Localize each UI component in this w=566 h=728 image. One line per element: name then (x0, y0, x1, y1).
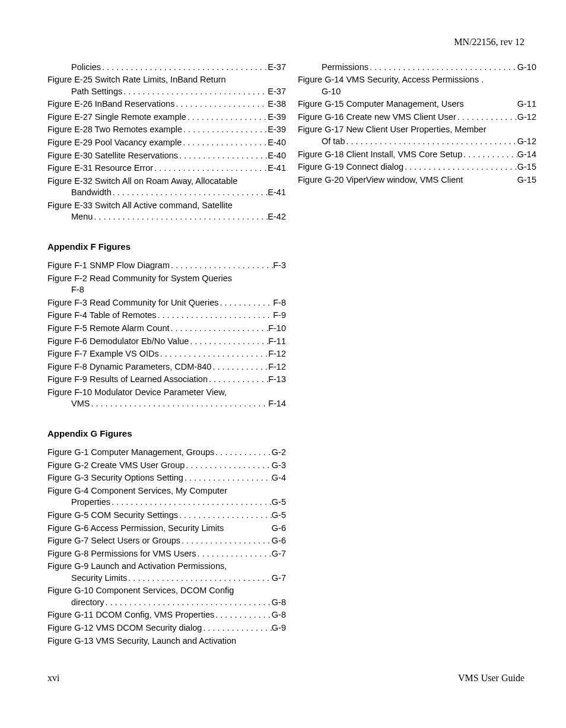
entry-label: Figure G-1 Computer Management, Groups (47, 447, 214, 459)
entry-first-line: Figure E-33 Switch All Active command, S… (47, 200, 286, 212)
entry-label: Figure E-30 Satellite Reservations (47, 150, 178, 162)
entry-page: G-12 (517, 136, 536, 148)
toc-entry: Figure G-5 COM Security Settings G-5 (47, 510, 286, 522)
leader-dots (183, 472, 272, 484)
entry-page: E-42 (268, 211, 286, 223)
toc-entry: Figure F-5 Remote Alarm Count F-10 (47, 323, 286, 335)
toc-entry: Figure F-3 Read Community for Unit Queri… (47, 297, 286, 309)
entry-first-line: Figure E-25 Switch Rate Limits, InBand R… (47, 74, 286, 86)
entry-page: G-6 (272, 523, 286, 535)
toc-entry: Figure F-6 Demodulator Eb/No Value F-11 (47, 336, 286, 348)
toc-entry: Figure F-7 Example VS OIDs F-12 (47, 348, 286, 360)
leader-dots (93, 211, 268, 223)
toc-entry: Figure F-1 SNMP Flow Diagram F-3 (47, 260, 286, 272)
leader-dots (403, 161, 517, 173)
left-column: Policies E-37 Figure E-25 Switch Rate Li… (47, 61, 286, 648)
toc-entry-continuation: Policies E-37 (47, 62, 286, 74)
entry-page: E-37 (268, 86, 286, 98)
entry-cont: Policies (71, 62, 101, 74)
toc-entry: Figure F-2 Read Community for System Que… (47, 273, 286, 296)
entry-page: E-40 (268, 137, 286, 149)
toc-entry: Figure E-29 Pool Vacancy example E-40 (47, 137, 286, 149)
toc-entry: Figure F-9 Results of Learned Associatio… (47, 374, 286, 386)
toc-entry: Figure G-7 Select Users or Groups G-6 (47, 535, 286, 547)
entry-label: Figure F-4 Table of Remotes (47, 310, 156, 322)
entry-page: F-10 (268, 323, 286, 335)
entry-cont: VMS (71, 398, 90, 410)
entry-page: G-14 (517, 149, 536, 161)
leader-dots (127, 573, 272, 584)
content-columns: Policies E-37 Figure E-25 Switch Rate Li… (47, 61, 524, 648)
entry-label: Figure F-8 Dynamic Parameters, CDM-840 (47, 361, 211, 373)
leader-dots (90, 398, 268, 410)
entry-page: G-11 (517, 98, 536, 110)
leader-dots (178, 150, 268, 162)
page-footer: xvi VMS User Guide (47, 672, 524, 685)
entry-label: Figure F-7 Example VS OIDs (47, 348, 159, 360)
toc-entry: Figure G-4 Component Services, My Comput… (47, 485, 286, 508)
toc-entry: Figure G-19 Connect dialog G-15 (298, 161, 536, 173)
entry-page: F-13 (268, 374, 286, 386)
entry-page: E-37 (268, 62, 286, 74)
entry-page: G-8 (272, 609, 286, 621)
toc-entry: Figure E-27 Single Remote example E-39 (47, 112, 286, 123)
entry-page: G-12 (517, 112, 536, 123)
entry-page: G-8 (272, 597, 286, 609)
entry-first-line: Figure G-4 Component Services, My Comput… (47, 485, 286, 497)
leader-dots (112, 187, 268, 199)
entry-page: F-3 (273, 260, 286, 272)
entry-page: G-2 (272, 447, 286, 459)
entry-label: Figure F-9 Results of Learned Associatio… (47, 374, 208, 386)
entry-label: Figure G-20 ViperView window, VMS Client (298, 174, 463, 186)
toc-entry: Figure E-33 Switch All Active command, S… (47, 200, 286, 223)
entry-label: Figure E-26 InBand Reservations (47, 98, 174, 110)
entry-page: F-12 (268, 361, 286, 373)
right-column: Permissions G-10 Figure G-14 VMS Securit… (298, 61, 536, 648)
section-title-appendix-f: Appendix F Figures (47, 241, 286, 253)
entry-page: F-9 (273, 310, 286, 322)
entry-page: G-15 (517, 161, 536, 173)
entry-cont: Bandwidth (71, 187, 112, 199)
leader-dots (214, 609, 272, 621)
toc-entry: Figure G-13 VMS Security, Launch and Act… (47, 635, 286, 647)
footer-page-number: xvi (47, 672, 59, 685)
entry-label: Figure G-2 Create VMS User Group (47, 460, 185, 472)
leader-dots (101, 62, 268, 74)
toc-entry: Figure E-31 Resource Error E-41 (47, 163, 286, 174)
toc-entry: Figure G-2 Create VMS User Group G-3 (47, 460, 286, 472)
toc-entry: Figure G-6 Access Permission, Security L… (47, 523, 286, 535)
toc-entry: Figure G-10 Component Services, DCOM Con… (47, 585, 286, 608)
entry-cont: Permissions (322, 62, 368, 74)
leader-dots (180, 535, 272, 547)
entry-first-line: Figure G-17 New Client User Properties, … (298, 124, 536, 136)
entry-page: E-41 (268, 187, 286, 199)
entry-page: G-3 (272, 460, 286, 472)
toc-entry-continuation: Permissions G-10 (298, 62, 536, 74)
entry-first-line: Figure G-9 Launch and Activation Permiss… (47, 561, 286, 573)
entry-page: F-8 (273, 297, 286, 309)
entry-cont: Menu (71, 211, 93, 223)
entry-cont: Of tab (322, 136, 345, 148)
leader-dots (189, 336, 268, 348)
toc-entry: Figure E-30 Satellite Reservations E-40 (47, 150, 286, 162)
entry-label: Figure F-5 Remote Alarm Count (47, 323, 170, 335)
leader-dots (345, 136, 517, 148)
entry-page: G-5 (272, 510, 286, 522)
entry-cont: Path Settings (71, 86, 122, 98)
toc-entry: Figure E-26 InBand Reservations E-38 (47, 98, 286, 110)
entry-page: E-41 (268, 163, 286, 174)
leader-dots (153, 163, 268, 174)
entry-label: Figure F-1 SNMP Flow Diagram (47, 260, 170, 272)
leader-dots (202, 622, 272, 634)
leader-dots (211, 361, 268, 373)
toc-entry: Figure F-10 Modulator Device Parameter V… (47, 387, 286, 410)
toc-entry: Figure E-25 Switch Rate Limits, InBand R… (47, 74, 286, 97)
entry-page: F-12 (268, 348, 286, 360)
entry-page: E-39 (268, 124, 286, 136)
entry-label: Figure G-11 DCOM Config, VMS Properties (47, 609, 214, 621)
entry-label: Figure G-18 Client Install, VMS Core Set… (298, 149, 462, 161)
toc-entry: Figure E-28 Two Remotes example E-39 (47, 124, 286, 136)
entry-page: F-14 (268, 398, 286, 410)
entry-page: G-15 (517, 174, 536, 186)
entry-cont: directory (71, 597, 104, 609)
